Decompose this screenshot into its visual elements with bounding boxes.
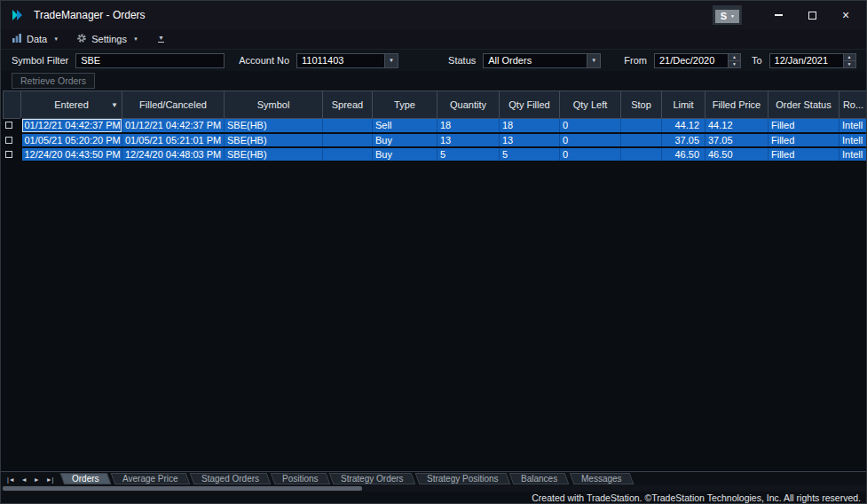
toolbar-overflow-button[interactable]: ▼	[158, 35, 164, 43]
chevron-down-icon: ▼	[133, 36, 138, 42]
tab-balances[interactable]: Balances	[509, 473, 570, 484]
status-bar: Created with TradeStation. ©TradeStation…	[1, 492, 866, 503]
maximize-icon	[808, 12, 816, 20]
first-tab-button[interactable]: |◄	[7, 476, 15, 483]
col-qty-filled[interactable]: Qty Filled	[500, 91, 560, 119]
spin-down-button[interactable]: ▼	[844, 61, 855, 67]
from-label: From	[624, 55, 647, 66]
tab-orders-label: Orders	[72, 474, 99, 484]
retrieve-orders-button[interactable]: Retrieve Orders	[12, 73, 95, 89]
menu-settings[interactable]: Settings ▼	[76, 33, 138, 45]
trade-manager-window: TradeManager - Orders S ▼ × Data ▼	[0, 0, 867, 504]
to-date-field[interactable]: 12/Jan/2021 ▲ ▼	[769, 53, 856, 68]
tab-positions[interactable]: Positions	[270, 473, 329, 484]
spin-up-button[interactable]: ▲	[729, 54, 740, 61]
chevron-down-icon: ▼	[158, 35, 164, 41]
cell-filled-canceled: 01/12/21 04:42:37 PM	[122, 119, 225, 133]
chevron-down-icon: ▼	[730, 13, 735, 19]
cell-route: Intell	[839, 147, 867, 161]
col-spread[interactable]: Spread	[323, 91, 373, 119]
cell-spread	[323, 133, 373, 147]
row-selector[interactable]	[4, 147, 21, 161]
order-row[interactable]: 01/12/21 04:42:37 PM 01/12/21 04:42:37 P…	[4, 119, 867, 133]
tab-strategy-orders[interactable]: Strategy Orders	[329, 473, 415, 484]
orders-table-area: Entered ▼ Filled/Canceled Symbol Spread …	[1, 91, 866, 471]
horizontal-scrollbar[interactable]	[1, 485, 866, 492]
cell-limit: 37.05	[662, 133, 705, 147]
prev-tab-button[interactable]: ◄	[21, 476, 28, 483]
minimize-icon	[775, 14, 783, 16]
col-entered-label: Entered	[54, 99, 89, 110]
spin-down-button[interactable]: ▼	[729, 61, 740, 67]
account-combobox[interactable]: 11011403 ▼	[296, 53, 398, 68]
titlebar: TradeManager - Orders S ▼ ×	[1, 1, 866, 29]
col-symbol[interactable]: Symbol	[225, 91, 323, 119]
status-combobox[interactable]: All Orders ▼	[483, 53, 601, 68]
window-title: TradeManager - Orders	[34, 9, 146, 21]
cell-qty-left: 0	[560, 147, 621, 161]
from-date-field[interactable]: 21/Dec/2020 ▲ ▼	[654, 53, 741, 68]
status-label: Status	[448, 55, 476, 66]
cell-qty-left: 0	[560, 133, 621, 147]
chevron-down-icon: ▼	[53, 36, 59, 42]
copyright-text: Created with TradeStation. ©TradeStation…	[532, 492, 861, 503]
chevron-down-icon: ▼	[591, 58, 596, 63]
tab-average-price[interactable]: Average Price	[111, 473, 190, 484]
col-order-status[interactable]: Order Status	[768, 91, 839, 119]
maximize-button[interactable]	[800, 6, 824, 24]
symbol-filter-input[interactable]: SBE	[75, 53, 225, 68]
cell-filled-canceled: 01/05/21 05:21:01 PM	[122, 133, 225, 147]
spin-up-icon: ▲	[847, 54, 852, 59]
menubar: Data ▼ Settings ▼ ▼	[1, 29, 866, 50]
cell-spread	[323, 119, 373, 133]
retrieve-row: Retrieve Orders	[1, 71, 866, 91]
style-button[interactable]: S ▼	[715, 10, 739, 23]
col-entered[interactable]: Entered ▼	[21, 91, 122, 119]
table-header-row: Entered ▼ Filled/Canceled Symbol Spread …	[4, 91, 867, 119]
gear-icon	[76, 33, 87, 45]
row-selector[interactable]	[4, 119, 21, 133]
tab-staged-orders-label: Staged Orders	[201, 474, 259, 484]
col-qty-left[interactable]: Qty Left	[560, 91, 621, 119]
col-limit[interactable]: Limit	[662, 91, 705, 119]
spin-down-icon: ▼	[732, 61, 737, 67]
close-button[interactable]: ×	[834, 6, 857, 24]
cell-quantity: 18	[437, 119, 500, 133]
menu-data[interactable]: Data ▼	[12, 33, 59, 45]
style-button-wrap: S ▼	[713, 5, 742, 25]
last-tab-button[interactable]: ►|	[46, 476, 54, 483]
cell-qty-filled: 18	[500, 119, 560, 133]
cell-entered: 12/24/20 04:43:50 PM	[21, 147, 122, 161]
overflow-bar-icon	[158, 42, 164, 43]
tab-orders[interactable]: Orders	[60, 473, 111, 484]
minimize-button[interactable]	[767, 6, 790, 24]
col-filled-canceled[interactable]: Filled/Canceled	[122, 91, 225, 119]
sort-indicator-icon[interactable]: ▼	[111, 101, 118, 109]
col-stop[interactable]: Stop	[621, 91, 662, 119]
tab-average-price-label: Average Price	[122, 474, 178, 484]
col-filled-price[interactable]: Filled Price	[705, 91, 768, 119]
spin-down-icon: ▼	[847, 61, 852, 67]
order-row[interactable]: 01/05/21 05:20:20 PM 01/05/21 05:21:01 P…	[4, 133, 867, 147]
to-label: To	[752, 55, 762, 66]
cell-symbol: SBE(HB)	[225, 133, 323, 147]
row-selector[interactable]	[4, 133, 21, 147]
cell-entered: 01/05/21 05:20:20 PM	[21, 133, 122, 147]
tab-staged-orders[interactable]: Staged Orders	[189, 473, 271, 484]
cell-symbol: SBE(HB)	[225, 119, 323, 133]
menu-settings-label: Settings	[91, 34, 127, 44]
tab-strategy-orders-label: Strategy Orders	[341, 474, 404, 484]
account-dropdown-button[interactable]: ▼	[384, 54, 398, 67]
next-tab-button[interactable]: ►	[34, 476, 40, 483]
scrollbar-thumb[interactable]	[3, 486, 362, 491]
spin-up-button[interactable]: ▲	[844, 54, 855, 61]
row-selector-box	[5, 137, 12, 144]
tab-messages[interactable]: Messages	[569, 473, 633, 484]
col-quantity[interactable]: Quantity	[437, 91, 500, 119]
symbol-filter-label: Symbol Filter	[12, 55, 68, 66]
col-type[interactable]: Type	[373, 91, 437, 119]
order-row[interactable]: 12/24/20 04:43:50 PM 12/24/20 04:48:03 P…	[4, 147, 867, 161]
tab-strategy-positions[interactable]: Strategy Positions	[414, 473, 509, 484]
status-dropdown-button[interactable]: ▼	[587, 54, 600, 67]
col-route[interactable]: Ro...	[839, 91, 867, 119]
